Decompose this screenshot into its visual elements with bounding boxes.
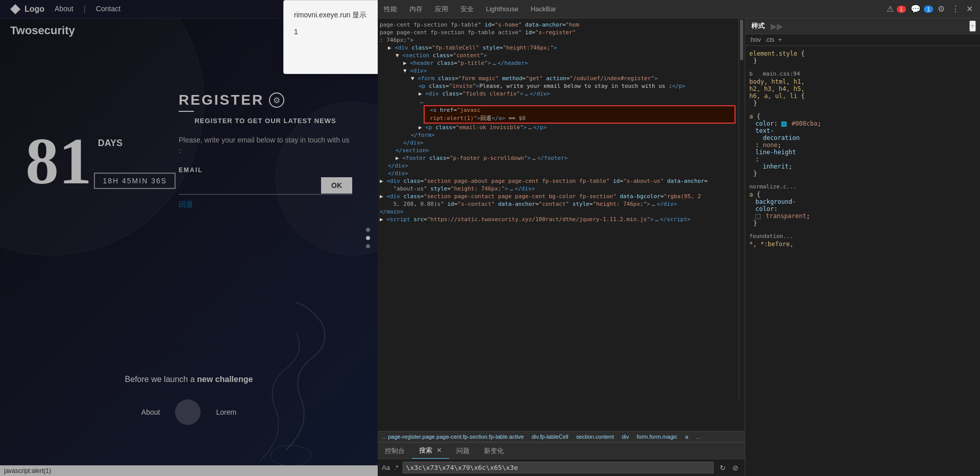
filter-hov[interactable]: :hov [749, 36, 761, 43]
html-line: ript:alert(1)">回退</a> == $0 [425, 114, 734, 123]
color-swatch-transparent[interactable] [755, 214, 761, 219]
website-panel: Logo About | Contact Twosecurity 81 DAYS… [0, 0, 378, 476]
style-prop-line-height-val: inherit; [749, 163, 976, 170]
devtools-panel: 性能 内存 应用 安全 Lighthouse HackBar ⚠ 1 💬 1 [378, 0, 980, 476]
html-line: </div> [378, 139, 737, 147]
html-line: <p class="invite">Please, write your ema… [378, 82, 737, 90]
html-line: ▼ <section class="content"> [378, 52, 737, 59]
style-brace-close: } [749, 170, 976, 177]
style-section-a: a { color: #008cba; text- decoration [749, 113, 976, 177]
main-layout: Logo About | Contact Twosecurity 81 DAYS… [0, 0, 980, 476]
error-icon: ⚠ [885, 2, 896, 16]
html-line: ▶ <div class="fields clearfix">…</div> [378, 90, 737, 98]
styles-toolbar: 样式 ▶▶ + [745, 18, 980, 34]
alert-value: 1 [294, 28, 378, 36]
scrollbar-thumb[interactable] [740, 19, 743, 60]
style-selector: body, html, h1, [749, 78, 976, 85]
bottom-tab-search[interactable]: 搜索 ✕ [412, 443, 449, 459]
html-line: ▶ <div class="section page-about page pa… [378, 177, 737, 185]
style-prop-text-decoration: text- [749, 127, 976, 134]
html-line: ▼ <form class="form magic" method="get" … [378, 75, 737, 82]
search-clear-btn[interactable]: ⊘ [730, 463, 741, 473]
html-line: ▶ <script src="https://static.twosecurit… [378, 216, 737, 223]
style-section-body: b main.css:94 body, html, h1, h2, h3, h4… [749, 70, 976, 107]
more-icon[interactable]: ⋮ [949, 2, 962, 16]
search-close-icon[interactable]: ✕ [436, 446, 442, 454]
settings-icon[interactable]: ⚙ [936, 2, 947, 16]
html-line: ▶ <div class="fp-tableCell" style="heigh… [378, 44, 737, 52]
bottom-tab-issues[interactable]: 问题 [449, 443, 477, 459]
styles-tab[interactable]: 样式 [749, 20, 767, 32]
alert-dialog: rimovni.exeye.run 显示 1 确定 [283, 0, 378, 74]
styles-content: element.style { } b main.css:94 body, ht… [745, 46, 980, 476]
html-line: </main> [378, 208, 737, 216]
devtools-toolbar: 性能 内存 应用 安全 Lighthouse HackBar ⚠ 1 💬 1 [378, 0, 980, 18]
html-line: ▶ <p class="email-ok invisible">…</p> [378, 124, 737, 131]
bottom-tab-changes[interactable]: 新变化 [477, 443, 511, 459]
html-line: </form> [378, 131, 737, 139]
style-selector: *, *:before, [749, 241, 976, 248]
breadcrumb-item[interactable]: page-register [388, 434, 421, 440]
error-badge: 1 [897, 6, 906, 13]
html-line: : 746px;"> [378, 36, 737, 44]
devtools-bottom-tabs: 控制台 搜索 ✕ 问题 新变化 [378, 442, 745, 459]
devtools-search-bar: Aa .* ↻ ⊘ [378, 459, 745, 476]
html-line: ▶ <div class="section page-contact page … [378, 193, 737, 200]
styles-filter-bar: :hov .cls + [745, 34, 980, 46]
style-source: foundation... [749, 233, 976, 240]
style-selector: a { [749, 113, 976, 120]
color-swatch[interactable] [781, 122, 787, 127]
search-input[interactable] [403, 462, 714, 473]
styles-panel: 样式 ▶▶ + :hov .cls + element.style { } [745, 18, 980, 476]
style-prop-bg: background- [749, 198, 976, 205]
style-prop-bg-val: transparent; [749, 212, 976, 220]
style-selector: h6, a, ul, li { [749, 92, 976, 100]
html-line: </section> [378, 147, 737, 154]
style-selector: element.style { [749, 50, 976, 57]
styles-add-rule-btn[interactable]: + [969, 20, 976, 32]
bottom-tab-console[interactable]: 控制台 [378, 443, 412, 459]
alert-buttons: 确定 [294, 46, 378, 63]
html-line: ▶ <header class="p-title">…</header> [378, 59, 737, 67]
style-source: normalize.c... [749, 183, 976, 190]
devtools-tab-lighthouse[interactable]: Lighthouse [480, 1, 525, 17]
html-line: page-cent fp-section fp-table" id="s-hom… [378, 21, 737, 29]
search-regex-btn[interactable]: .* [394, 464, 399, 471]
filter-add[interactable]: + [778, 36, 782, 43]
style-prop-text-decoration-val: : none; [749, 141, 976, 149]
devtools-tab-performance[interactable]: 性能 [378, 1, 403, 18]
html-line: </div> [378, 162, 737, 170]
html-line: page page-cent fp-section fp-table activ… [378, 29, 737, 36]
devtools-tab-security[interactable]: 安全 [454, 1, 480, 18]
devtools-tab-memory[interactable]: 内存 [403, 1, 429, 18]
devtools-tab-hackbar[interactable]: HackBar [525, 1, 562, 17]
style-selector: h2, h3, h4, h5, [749, 85, 976, 92]
style-prop: } [749, 57, 976, 64]
html-line: </div> [378, 170, 737, 177]
html-line: "about-us" style="height: 746px;">…</div… [378, 185, 737, 193]
style-selector: a { [749, 191, 976, 198]
alert-message: rimovni.exeye.run 显示 [294, 11, 378, 20]
elements-panel: page-cent fp-section fp-table" id="s-hom… [378, 18, 745, 476]
html-line: ▶ <footer class="p-footer p-scrolldown">… [378, 154, 737, 162]
filter-cls[interactable]: .cls [765, 36, 774, 43]
search-action-buttons: ↻ ⊘ [718, 463, 741, 473]
html-line: 5, 208, 0.88)s" id="s-contact" data-anch… [378, 200, 737, 208]
style-brace-close: } [749, 100, 976, 107]
style-section-foundation: foundation... *, *:before, [749, 233, 976, 248]
message-badge: 1 [924, 6, 933, 13]
style-prop-line-height: line-height [749, 149, 976, 156]
close-devtools-icon[interactable]: ✕ [964, 2, 975, 16]
devtools-icons-right: ⚠ 1 💬 1 ⚙ ⋮ ✕ [885, 2, 980, 16]
style-section-normalize: normalize.c... a { background- color: tr… [749, 183, 976, 227]
style-section-element: element.style { } [749, 50, 976, 64]
style-prop-color: color: #008cba; [749, 120, 976, 127]
scrollbar-track[interactable] [739, 18, 745, 400]
highlighted-code-box: <a href="javasc ript:alert(1)">回退</a> ==… [424, 105, 736, 124]
devtools-tab-application[interactable]: 应用 [429, 1, 454, 18]
elements-content[interactable]: page-cent fp-section fp-table" id="s-hom… [378, 18, 745, 431]
style-source: b main.css:94 [749, 70, 976, 77]
search-refresh-btn[interactable]: ↻ [718, 463, 728, 473]
message-icon: 💬 [909, 2, 923, 16]
style-prop-bg-2: color: [749, 205, 976, 212]
